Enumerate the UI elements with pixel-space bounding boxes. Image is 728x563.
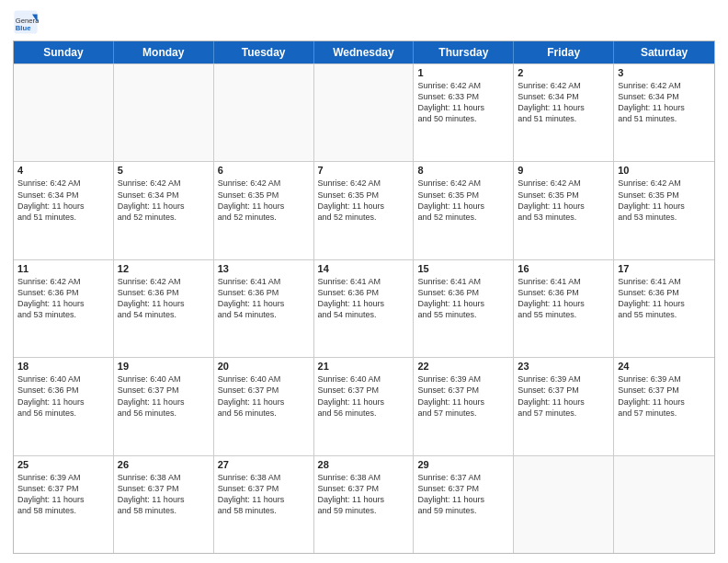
cell-info: Sunrise: 6:41 AM Sunset: 6:36 PM Dayligh…	[518, 276, 609, 321]
cell-info: Sunrise: 6:42 AM Sunset: 6:34 PM Dayligh…	[17, 178, 109, 223]
calendar-cell: 1Sunrise: 6:42 AM Sunset: 6:33 PM Daylig…	[414, 64, 514, 161]
calendar-cell: 18Sunrise: 6:40 AM Sunset: 6:36 PM Dayli…	[14, 358, 114, 454]
day-number: 26	[118, 459, 210, 470]
day-number: 25	[17, 459, 109, 470]
day-number: 20	[218, 361, 310, 372]
cell-info: Sunrise: 6:42 AM Sunset: 6:34 PM Dayligh…	[118, 178, 210, 223]
day-number: 10	[618, 165, 711, 176]
day-number: 14	[318, 263, 410, 274]
calendar-cell: 21Sunrise: 6:40 AM Sunset: 6:37 PM Dayli…	[314, 358, 415, 454]
logo: General Blue	[13, 9, 42, 35]
calendar-cell: 24Sunrise: 6:39 AM Sunset: 6:37 PM Dayli…	[614, 358, 714, 454]
day-number: 1	[417, 67, 509, 78]
cell-info: Sunrise: 6:38 AM Sunset: 6:37 PM Dayligh…	[218, 472, 310, 517]
calendar-cell: 4Sunrise: 6:42 AM Sunset: 6:34 PM Daylig…	[14, 162, 114, 259]
cell-info: Sunrise: 6:37 AM Sunset: 6:37 PM Dayligh…	[417, 472, 509, 517]
cell-info: Sunrise: 6:42 AM Sunset: 6:35 PM Dayligh…	[417, 178, 509, 223]
calendar-row: 25Sunrise: 6:39 AM Sunset: 6:37 PM Dayli…	[14, 455, 714, 553]
calendar-row: 11Sunrise: 6:42 AM Sunset: 6:36 PM Dayli…	[14, 259, 714, 357]
day-number: 27	[218, 459, 310, 470]
calendar-cell: 16Sunrise: 6:41 AM Sunset: 6:36 PM Dayli…	[514, 260, 614, 357]
calendar-cell: 17Sunrise: 6:41 AM Sunset: 6:36 PM Dayli…	[614, 260, 714, 357]
cell-info: Sunrise: 6:38 AM Sunset: 6:37 PM Dayligh…	[118, 472, 210, 517]
day-number: 8	[417, 165, 509, 176]
calendar-cell	[314, 64, 415, 161]
header-cell-saturday: Saturday	[614, 41, 714, 63]
calendar-cell: 25Sunrise: 6:39 AM Sunset: 6:37 PM Dayli…	[14, 456, 114, 553]
day-number: 4	[17, 165, 109, 176]
header-cell-friday: Friday	[514, 41, 614, 63]
header-cell-sunday: Sunday	[14, 41, 114, 63]
cell-info: Sunrise: 6:41 AM Sunset: 6:36 PM Dayligh…	[417, 276, 509, 321]
calendar-cell: 27Sunrise: 6:38 AM Sunset: 6:37 PM Dayli…	[214, 456, 314, 553]
day-number: 15	[417, 263, 509, 274]
cell-info: Sunrise: 6:39 AM Sunset: 6:37 PM Dayligh…	[417, 373, 509, 419]
calendar-cell: 8Sunrise: 6:42 AM Sunset: 6:35 PM Daylig…	[414, 162, 514, 259]
header-cell-monday: Monday	[114, 41, 214, 63]
calendar-cell: 2Sunrise: 6:42 AM Sunset: 6:34 PM Daylig…	[514, 64, 614, 161]
calendar-cell: 7Sunrise: 6:42 AM Sunset: 6:35 PM Daylig…	[314, 162, 415, 259]
day-number: 3	[618, 67, 711, 78]
calendar-cell: 23Sunrise: 6:39 AM Sunset: 6:37 PM Dayli…	[514, 358, 614, 454]
calendar-cell: 14Sunrise: 6:41 AM Sunset: 6:36 PM Dayli…	[314, 260, 415, 357]
calendar-cell: 22Sunrise: 6:39 AM Sunset: 6:37 PM Dayli…	[414, 358, 514, 454]
cell-info: Sunrise: 6:42 AM Sunset: 6:35 PM Dayligh…	[618, 178, 711, 223]
day-number: 22	[417, 361, 509, 372]
day-number: 6	[218, 165, 310, 176]
cell-info: Sunrise: 6:39 AM Sunset: 6:37 PM Dayligh…	[618, 373, 711, 419]
cell-info: Sunrise: 6:42 AM Sunset: 6:35 PM Dayligh…	[218, 178, 310, 223]
day-number: 13	[218, 263, 310, 274]
day-number: 19	[118, 361, 210, 372]
calendar-cell: 3Sunrise: 6:42 AM Sunset: 6:34 PM Daylig…	[614, 64, 714, 161]
calendar-cell	[14, 64, 114, 161]
day-number: 2	[518, 67, 609, 78]
cell-info: Sunrise: 6:40 AM Sunset: 6:37 PM Dayligh…	[218, 373, 310, 419]
calendar-cell: 9Sunrise: 6:42 AM Sunset: 6:35 PM Daylig…	[514, 162, 614, 259]
header-cell-wednesday: Wednesday	[314, 41, 415, 63]
calendar-cell	[614, 456, 714, 553]
day-number: 28	[318, 459, 410, 470]
calendar-cell: 19Sunrise: 6:40 AM Sunset: 6:37 PM Dayli…	[114, 358, 214, 454]
day-number: 16	[518, 263, 609, 274]
cell-info: Sunrise: 6:41 AM Sunset: 6:36 PM Dayligh…	[218, 276, 310, 321]
cell-info: Sunrise: 6:42 AM Sunset: 6:35 PM Dayligh…	[518, 178, 609, 223]
calendar-cell: 20Sunrise: 6:40 AM Sunset: 6:37 PM Dayli…	[214, 358, 314, 454]
page-header: General Blue	[13, 9, 715, 35]
calendar-cell	[214, 64, 314, 161]
cell-info: Sunrise: 6:40 AM Sunset: 6:36 PM Dayligh…	[17, 373, 109, 419]
cell-info: Sunrise: 6:42 AM Sunset: 6:34 PM Dayligh…	[618, 80, 711, 125]
calendar-cell	[114, 64, 214, 161]
calendar-body: 1Sunrise: 6:42 AM Sunset: 6:33 PM Daylig…	[14, 63, 714, 553]
calendar-cell: 10Sunrise: 6:42 AM Sunset: 6:35 PM Dayli…	[614, 162, 714, 259]
cell-info: Sunrise: 6:40 AM Sunset: 6:37 PM Dayligh…	[318, 373, 410, 419]
day-number: 17	[618, 263, 711, 274]
cell-info: Sunrise: 6:41 AM Sunset: 6:36 PM Dayligh…	[618, 276, 711, 321]
calendar-row: 18Sunrise: 6:40 AM Sunset: 6:36 PM Dayli…	[14, 357, 714, 454]
cell-info: Sunrise: 6:42 AM Sunset: 6:33 PM Dayligh…	[417, 80, 509, 125]
calendar-header: SundayMondayTuesdayWednesdayThursdayFrid…	[14, 41, 714, 63]
calendar-row: 1Sunrise: 6:42 AM Sunset: 6:33 PM Daylig…	[14, 63, 714, 161]
day-number: 29	[417, 459, 509, 470]
day-number: 18	[17, 361, 109, 372]
day-number: 12	[118, 263, 210, 274]
svg-text:Blue: Blue	[16, 24, 31, 32]
day-number: 5	[118, 165, 210, 176]
calendar-row: 4Sunrise: 6:42 AM Sunset: 6:34 PM Daylig…	[14, 161, 714, 259]
cell-info: Sunrise: 6:39 AM Sunset: 6:37 PM Dayligh…	[17, 472, 109, 517]
calendar-cell: 11Sunrise: 6:42 AM Sunset: 6:36 PM Dayli…	[14, 260, 114, 357]
cell-info: Sunrise: 6:42 AM Sunset: 6:35 PM Dayligh…	[318, 178, 410, 223]
calendar-cell: 28Sunrise: 6:38 AM Sunset: 6:37 PM Dayli…	[314, 456, 415, 553]
cell-info: Sunrise: 6:39 AM Sunset: 6:37 PM Dayligh…	[518, 373, 609, 419]
calendar-cell: 29Sunrise: 6:37 AM Sunset: 6:37 PM Dayli…	[414, 456, 514, 553]
header-cell-tuesday: Tuesday	[214, 41, 314, 63]
day-number: 23	[518, 361, 609, 372]
cell-info: Sunrise: 6:40 AM Sunset: 6:37 PM Dayligh…	[118, 373, 210, 419]
cell-info: Sunrise: 6:42 AM Sunset: 6:36 PM Dayligh…	[17, 276, 109, 321]
day-number: 24	[618, 361, 711, 372]
cell-info: Sunrise: 6:42 AM Sunset: 6:34 PM Dayligh…	[518, 80, 609, 125]
day-number: 11	[17, 263, 109, 274]
calendar-cell	[514, 456, 614, 553]
calendar-cell: 6Sunrise: 6:42 AM Sunset: 6:35 PM Daylig…	[214, 162, 314, 259]
cell-info: Sunrise: 6:38 AM Sunset: 6:37 PM Dayligh…	[318, 472, 410, 517]
cell-info: Sunrise: 6:42 AM Sunset: 6:36 PM Dayligh…	[118, 276, 210, 321]
